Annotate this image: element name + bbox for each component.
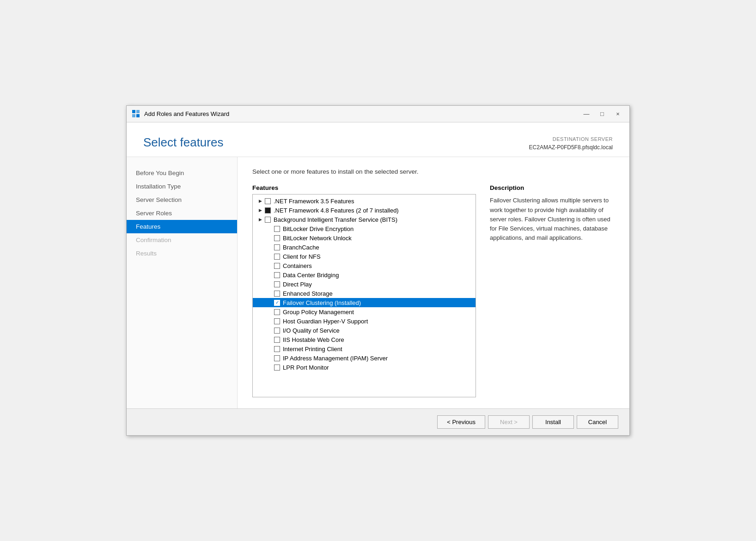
feature-label: I/O Quality of Service — [283, 327, 340, 334]
sidebar-item-before-you-begin[interactable]: Before You Begin — [127, 166, 237, 180]
feature-checkbox[interactable] — [274, 226, 280, 232]
feature-label: .NET Framework 3.5 Features — [274, 198, 354, 205]
feature-item[interactable]: Internet Printing Client — [253, 344, 476, 353]
feature-item[interactable]: Data Center Bridging — [253, 270, 476, 280]
feature-item[interactable]: Client for NFS — [253, 252, 476, 261]
expand-arrow-icon — [256, 253, 264, 260]
feature-checkbox[interactable] — [265, 207, 271, 213]
checkmark-icon: ✓ — [275, 300, 279, 305]
sidebar-item-server-roles[interactable]: Server Roles — [127, 207, 237, 220]
feature-checkbox[interactable] — [274, 244, 280, 250]
previous-button[interactable]: < Previous — [437, 415, 485, 429]
expand-arrow-icon — [256, 317, 264, 325]
feature-checkbox[interactable] — [274, 281, 280, 287]
body-area: Before You Begin Installation Type Serve… — [127, 157, 629, 408]
feature-item[interactable]: BitLocker Network Unlock — [253, 233, 476, 243]
sidebar-item-installation-type[interactable]: Installation Type — [127, 180, 237, 193]
feature-label: LPR Port Monitor — [283, 364, 329, 371]
maximize-button[interactable]: □ — [595, 109, 609, 119]
feature-checkbox[interactable]: ✓ — [274, 300, 280, 306]
feature-label: Data Center Bridging — [283, 272, 339, 279]
horizontal-scrollbar[interactable] — [253, 397, 476, 397]
feature-item[interactable]: Enhanced Storage — [253, 289, 476, 298]
expand-arrow-icon[interactable]: ▶ — [256, 207, 264, 214]
feature-item[interactable]: Group Policy Management — [253, 307, 476, 316]
feature-label: Background Intelligent Transfer Service … — [274, 216, 397, 223]
feature-label: Containers — [283, 262, 312, 269]
feature-checkbox[interactable] — [274, 272, 280, 278]
features-label: Features — [252, 184, 476, 191]
install-button[interactable]: Install — [532, 415, 574, 429]
main-header: Select features DESTINATION SERVER EC2AM… — [127, 122, 629, 158]
feature-item[interactable]: LPR Port Monitor — [253, 363, 476, 372]
feature-item[interactable]: I/O Quality of Service — [253, 326, 476, 335]
expand-arrow-icon — [256, 299, 264, 306]
expand-arrow-icon — [256, 225, 264, 232]
minimize-button[interactable]: — — [579, 109, 593, 119]
feature-checkbox[interactable] — [274, 291, 280, 297]
sidebar-item-server-selection[interactable]: Server Selection — [127, 193, 237, 207]
expand-arrow-icon — [256, 364, 264, 371]
expand-arrow-icon — [256, 354, 264, 362]
feature-item[interactable]: BranchCache — [253, 243, 476, 252]
feature-item[interactable]: Host Guardian Hyper-V Support — [253, 316, 476, 326]
wizard-window: Add Roles and Features Wizard — □ × Sele… — [126, 105, 630, 436]
next-button[interactable]: Next > — [488, 415, 530, 429]
feature-checkbox[interactable] — [274, 235, 280, 241]
expand-arrow-icon — [256, 234, 264, 242]
feature-checkbox[interactable] — [265, 217, 271, 223]
content-area: Select features DESTINATION SERVER EC2AM… — [127, 122, 629, 409]
feature-item[interactable]: ▶.NET Framework 4.8 Features (2 of 7 ins… — [253, 206, 476, 215]
feature-item[interactable]: ▶Background Intelligent Transfer Service… — [253, 215, 476, 224]
destination-label: DESTINATION SERVER — [529, 135, 613, 144]
features-panel: Features ▶.NET Framework 3.5 Features▶.N… — [252, 184, 476, 397]
feature-checkbox[interactable] — [274, 355, 280, 361]
sidebar-item-features[interactable]: Features — [127, 220, 237, 233]
svg-rect-3 — [136, 114, 140, 117]
feature-item[interactable]: Containers — [253, 261, 476, 270]
destination-server-info: DESTINATION SERVER EC2AMAZ-P0FD5F8.pfsql… — [529, 135, 613, 152]
expand-arrow-icon — [256, 271, 264, 279]
feature-label: .NET Framework 4.8 Features (2 of 7 inst… — [274, 207, 399, 214]
feature-label: BitLocker Drive Encryption — [283, 225, 354, 232]
app-icon — [131, 109, 140, 118]
feature-item[interactable]: BitLocker Drive Encryption — [253, 224, 476, 233]
cancel-button[interactable]: Cancel — [577, 415, 618, 429]
feature-label: BitLocker Network Unlock — [283, 235, 352, 242]
feature-checkbox[interactable] — [274, 254, 280, 260]
feature-label: Client for NFS — [283, 253, 321, 260]
feature-item[interactable]: Direct Play — [253, 280, 476, 289]
expand-arrow-icon — [256, 345, 264, 353]
feature-label: Group Policy Management — [283, 309, 354, 316]
feature-checkbox[interactable] — [274, 346, 280, 352]
feature-checkbox[interactable] — [274, 337, 280, 343]
feature-item[interactable]: IP Address Management (IPAM) Server — [253, 353, 476, 363]
title-bar: Add Roles and Features Wizard — □ × — [127, 106, 629, 122]
sidebar-item-confirmation: Confirmation — [127, 233, 237, 247]
server-name: EC2AMAZ-P0FD5F8.pfsqldc.local — [529, 143, 613, 152]
window-controls: — □ × — [579, 109, 625, 119]
feature-checkbox[interactable] — [274, 318, 280, 324]
feature-checkbox[interactable] — [265, 198, 271, 204]
feature-label: Direct Play — [283, 281, 312, 288]
svg-rect-0 — [132, 110, 135, 113]
feature-item[interactable]: ✓Failover Clustering (Installed) — [253, 298, 476, 307]
feature-item[interactable]: ▶.NET Framework 3.5 Features — [253, 196, 476, 206]
close-button[interactable]: × — [611, 109, 625, 119]
feature-checkbox[interactable] — [274, 309, 280, 315]
description-panel: Description Failover Clustering allows m… — [490, 184, 615, 397]
svg-rect-1 — [136, 110, 140, 113]
feature-label: Host Guardian Hyper-V Support — [283, 318, 368, 325]
sidebar-item-results: Results — [127, 247, 237, 260]
feature-checkbox[interactable] — [274, 328, 280, 334]
expand-arrow-icon[interactable]: ▶ — [256, 197, 264, 205]
expand-arrow-icon — [256, 280, 264, 288]
feature-checkbox[interactable] — [274, 365, 280, 371]
features-scroll-area[interactable]: ▶.NET Framework 3.5 Features▶.NET Framew… — [253, 195, 476, 397]
expand-arrow-icon — [256, 290, 264, 297]
expand-arrow-icon[interactable]: ▶ — [256, 216, 264, 223]
expand-arrow-icon — [256, 327, 264, 334]
feature-checkbox[interactable] — [274, 263, 280, 269]
feature-item[interactable]: IIS Hostable Web Core — [253, 335, 476, 344]
feature-label: Internet Printing Client — [283, 346, 342, 353]
